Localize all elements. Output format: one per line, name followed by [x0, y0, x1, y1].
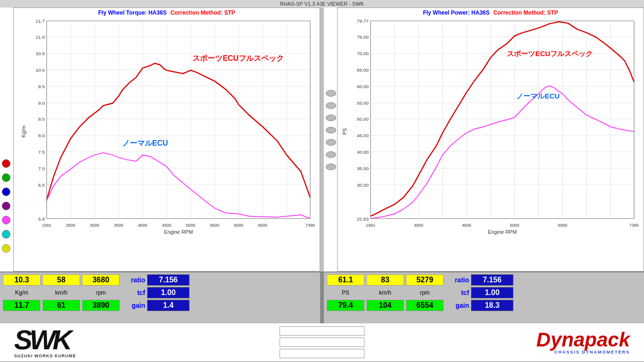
right-chart: Fly Wheel Power: HA36S Correction Method… [337, 8, 644, 272]
right-val1: 61.1 [327, 274, 364, 286]
legend-oval-4 [326, 127, 336, 133]
footer-input-3[interactable] [280, 349, 364, 358]
left-val1: 10.3 [3, 274, 41, 286]
svg-text:50.00: 50.00 [357, 116, 369, 122]
left-chart-svg: 11.7 11.0 10.5 10.0 9.5 9.0 8.5 8.0 7.5 … [28, 16, 320, 238]
dynapack-subtitle: CHASSIS DYNAMOMETERS [554, 350, 630, 354]
left-unit3: rpm [82, 289, 120, 296]
legend-purple [2, 202, 10, 210]
right-max3: 6554 [406, 300, 444, 311]
right-max2: 104 [366, 300, 404, 311]
right-ratio-val: 7.156 [471, 274, 513, 286]
left-tcf-label: tcf [122, 289, 145, 296]
svg-text:スポーツECUフルスペック: スポーツECUフルスペック [192, 54, 284, 62]
legend-magenta [2, 216, 10, 224]
svg-text:3500: 3500 [114, 223, 124, 228]
right-gain-label: gain [446, 302, 469, 309]
right-chart-title1: Fly Wheel Power: HA36S [423, 9, 489, 16]
left-max2: 61 [42, 300, 80, 311]
svg-text:4000: 4000 [138, 223, 148, 228]
right-gain-val: 18.3 [471, 300, 513, 311]
svg-text:5000: 5000 [510, 223, 519, 228]
svg-text:9.0: 9.0 [38, 100, 45, 106]
legend-yellow [2, 244, 10, 253]
left-ratio-label: ratio [122, 276, 145, 284]
legend-red [2, 159, 10, 168]
svg-text:22.83: 22.83 [357, 216, 369, 222]
left-max1: 11.7 [3, 300, 41, 311]
legend-green [2, 173, 10, 182]
svg-text:30.00: 30.00 [357, 182, 369, 188]
right-y-axis-label: PS [342, 128, 347, 135]
svg-text:1991: 1991 [366, 223, 375, 228]
left-legend [0, 8, 13, 272]
svg-text:3000: 3000 [414, 223, 423, 228]
svg-text:6000: 6000 [234, 223, 243, 228]
legend-cyan [2, 230, 10, 239]
left-gain-val: 1.4 [147, 300, 190, 311]
svg-text:60.00: 60.00 [357, 84, 369, 89]
svg-text:11.0: 11.0 [36, 34, 45, 40]
swk-logo: SWK [14, 326, 69, 354]
svg-text:65.00: 65.00 [357, 67, 369, 73]
legend-oval-6 [326, 151, 336, 158]
right-tcf-val: 1.00 [471, 287, 513, 298]
right-unit1: PS [327, 289, 364, 296]
left-ratio-val: 7.156 [147, 274, 190, 286]
swk-subtitle: SUZUKI WORKS KURUME [14, 354, 76, 358]
svg-text:6000: 6000 [558, 223, 567, 228]
svg-text:7.5: 7.5 [38, 149, 45, 155]
legend-oval-3 [326, 115, 336, 121]
svg-text:Engine RPM: Engine RPM [164, 229, 193, 235]
left-max3: 3890 [82, 300, 120, 311]
left-gain-label: gain [122, 302, 145, 309]
svg-text:2500: 2500 [66, 223, 75, 228]
dynapack-logo: Dynapack [537, 330, 630, 350]
right-legend [324, 8, 337, 272]
left-chart-title2: Correction Method: STP [170, 9, 235, 16]
svg-text:70.00: 70.00 [357, 51, 369, 56]
svg-text:45.00: 45.00 [357, 133, 369, 138]
left-unit2: km/h [42, 289, 80, 296]
right-val2: 83 [366, 274, 404, 286]
right-tcf-label: tcf [446, 289, 469, 296]
left-y-axis-label: Kg/m [21, 125, 26, 138]
svg-text:6500: 6500 [258, 223, 267, 228]
right-unit2: km/h [366, 289, 404, 296]
svg-text:4500: 4500 [162, 223, 172, 228]
svg-text:10.0: 10.0 [36, 67, 45, 73]
svg-text:10.5: 10.5 [36, 51, 45, 56]
left-val2: 58 [42, 274, 80, 286]
svg-text:5000: 5000 [186, 223, 195, 228]
svg-text:35.00: 35.00 [357, 166, 369, 171]
svg-text:8.5: 8.5 [38, 116, 45, 122]
right-ratio-label: ratio [446, 276, 469, 284]
svg-text:11.7: 11.7 [36, 18, 45, 24]
svg-text:7390: 7390 [305, 223, 315, 228]
title-bar: RHAS-SP V1.3.43E VIEWER - SWK [0, 0, 644, 8]
svg-text:7390: 7390 [629, 223, 639, 228]
right-chart-svg: 79.77 75.00 70.00 65.00 60.00 55.00 50.0… [352, 16, 644, 238]
left-chart: Fly Wheel Torque: HA36S Correction Metho… [13, 8, 320, 272]
svg-text:4000: 4000 [462, 223, 471, 228]
svg-text:9.5: 9.5 [38, 84, 45, 89]
right-data-panel: 61.1 83 5279 ratio 7.156 PS km/h rpm tcf… [324, 272, 644, 323]
right-chart-title2: Correction Method: STP [494, 9, 558, 16]
svg-text:8.0: 8.0 [38, 133, 45, 138]
svg-text:1991: 1991 [42, 223, 51, 228]
footer-input-2[interactable] [280, 337, 364, 347]
svg-text:5.8: 5.8 [38, 216, 45, 222]
svg-text:75.00: 75.00 [357, 34, 369, 40]
svg-text:ノーマルECU: ノーマルECU [122, 139, 168, 147]
svg-text:スポーツECUフルスペック: スポーツECUフルスペック [507, 49, 593, 58]
svg-text:Engine RPM: Engine RPM [488, 229, 517, 235]
legend-blue [2, 188, 10, 196]
legend-oval-5 [326, 139, 336, 146]
svg-text:79.77: 79.77 [357, 18, 369, 24]
footer-input-1[interactable] [280, 326, 364, 336]
left-chart-title1: Fly Wheel Torque: HA36S [98, 9, 166, 16]
legend-oval-7 [326, 164, 336, 170]
svg-text:7.0: 7.0 [38, 166, 45, 171]
svg-text:40.00: 40.00 [357, 149, 369, 155]
right-max1: 79.4 [327, 300, 364, 311]
